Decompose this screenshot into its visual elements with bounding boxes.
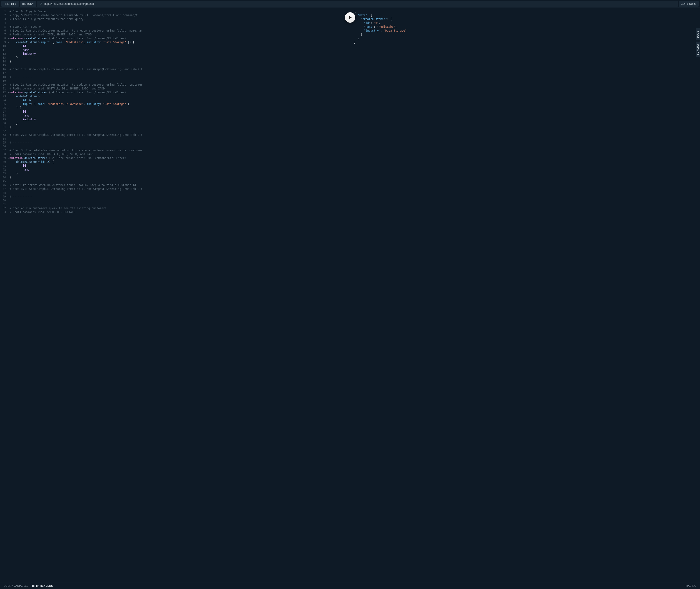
query-line[interactable]: 17 — [0, 71, 350, 75]
code-content[interactable]: # Step 1: Run createCustomer mutation to… — [10, 29, 350, 33]
fold-toggle[interactable]: ▾ — [8, 36, 10, 40]
code-content[interactable]: # Step 3: Run deleteCustomer mutation to… — [10, 149, 350, 152]
code-content[interactable]: id — [10, 164, 350, 168]
code-content[interactable] — [10, 191, 350, 195]
query-line[interactable]: 12 industry — [0, 52, 350, 56]
query-line[interactable]: 34 — [0, 137, 350, 141]
docs-tab[interactable]: DOCS — [696, 28, 700, 40]
query-line[interactable]: 44} — [0, 176, 350, 179]
query-line[interactable]: 11 name — [0, 48, 350, 52]
code-content[interactable]: # Redis commands used: HGETALL, DEL, HMS… — [10, 87, 350, 90]
query-line[interactable]: 30 } — [0, 122, 350, 125]
query-line[interactable]: 8▾mutation createCustomer { # Place curs… — [0, 36, 350, 40]
code-content[interactable]: # Redis commands used: HGETALL, DEL, SRE… — [10, 152, 350, 156]
query-line[interactable]: 6# Step 1: Run createCustomer mutation t… — [0, 29, 350, 33]
execute-button[interactable] — [345, 12, 355, 23]
code-content[interactable]: # Step 4: Run customers query to see the… — [10, 206, 350, 210]
code-content[interactable]: } — [10, 56, 350, 60]
query-line[interactable]: 40 deleteCustomer(id: 2) { — [0, 160, 350, 164]
query-line[interactable]: 49#------------- — [0, 195, 350, 199]
code-content[interactable]: createCustomer(input: { name: "RedisLabs… — [10, 40, 350, 44]
query-line[interactable]: 51 — [0, 203, 350, 206]
query-line[interactable]: 42 name — [0, 168, 350, 172]
code-content[interactable]: } — [10, 172, 350, 176]
code-content[interactable]: name — [10, 168, 350, 172]
code-content[interactable]: input: { name: "RedisLabs is awesome", i… — [10, 102, 350, 106]
query-line[interactable]: 29 industry — [0, 118, 350, 122]
query-line[interactable]: 24 id: 6 — [0, 98, 350, 102]
reload-icon[interactable] — [39, 2, 42, 5]
fold-toggle[interactable]: ▾ — [8, 106, 10, 110]
result-viewer[interactable]: ▾{▾ "data": {▾ "createCustomer": { "id":… — [350, 8, 700, 582]
query-line[interactable]: 10 id — [0, 44, 350, 48]
query-line[interactable]: 13 } — [0, 56, 350, 60]
code-content[interactable]: # Step 1.1: Goto GraphQL-Streaming-Demo:… — [10, 67, 350, 71]
query-line[interactable]: 2# Copy & Paste the whole content (Comma… — [0, 13, 350, 17]
code-content[interactable]: # Copy & Paste the whole content (Comman… — [10, 13, 350, 17]
code-content[interactable]: #------------- — [10, 75, 350, 79]
http-headers-tab[interactable]: HTTP HEADERS — [32, 584, 53, 587]
code-content[interactable]: # there is a bug that executes the same … — [10, 17, 350, 21]
code-content[interactable] — [10, 79, 350, 83]
fold-toggle[interactable]: ▾ — [8, 156, 10, 160]
code-content[interactable] — [10, 145, 350, 149]
query-line[interactable]: 50 — [0, 199, 350, 203]
code-content[interactable]: # Note: It errors when no customer found… — [10, 183, 350, 187]
code-content[interactable]: id — [10, 110, 350, 114]
code-content[interactable]: mutation updateCustomer { # Place cursor… — [10, 90, 350, 94]
query-line[interactable]: 3# there is a bug that executes the same… — [0, 17, 350, 21]
code-content[interactable] — [10, 179, 350, 183]
query-line[interactable]: 15 — [0, 63, 350, 67]
schema-tab[interactable]: SCHEMA — [696, 41, 700, 57]
code-content[interactable]: } — [10, 125, 350, 129]
code-content[interactable]: name — [10, 48, 350, 52]
code-content[interactable]: # Redis commands used: SMEMBERS. HGETALL — [10, 210, 350, 214]
code-content[interactable]: updateCustomer( — [10, 94, 350, 98]
query-line[interactable]: 35#------------- — [0, 141, 350, 145]
query-variables-tab[interactable]: QUERY VARIABLES — [4, 584, 29, 587]
code-content[interactable]: # Step 3.1: Goto GraphQL-Streaming-Demo:… — [10, 187, 350, 191]
code-content[interactable]: industry — [10, 52, 350, 56]
query-line[interactable]: 36 — [0, 145, 350, 149]
query-line[interactable]: 46# Note: It errors when no customer fou… — [0, 183, 350, 187]
code-content[interactable]: # Redis commands used: INCR, HMSET, SADD… — [10, 33, 350, 36]
code-content[interactable]: id: 6 — [10, 98, 350, 102]
query-line[interactable]: 32 — [0, 129, 350, 133]
code-content[interactable] — [10, 199, 350, 203]
code-content[interactable]: industry — [10, 118, 350, 122]
query-line[interactable]: 47# Step 3.1: Goto GraphQL-Streaming-Dem… — [0, 187, 350, 191]
endpoint-input[interactable] — [44, 2, 675, 5]
query-line[interactable]: 9▾ createCustomer(input: { name: "RedisL… — [0, 40, 350, 44]
query-line[interactable]: 21# Redis commands used: HGETALL, DEL, H… — [0, 87, 350, 90]
code-content[interactable]: name — [10, 114, 350, 118]
query-line[interactable]: 23 updateCustomer( — [0, 94, 350, 98]
query-line[interactable]: 27 id — [0, 110, 350, 114]
code-content[interactable]: id — [10, 44, 350, 48]
code-content[interactable]: # Step 0: Copy & Paste — [10, 10, 350, 13]
code-content[interactable]: #------------- — [10, 141, 350, 145]
code-content[interactable]: mutation deleteCustomer { # Place cursor… — [10, 156, 350, 160]
fold-toggle[interactable]: ▾ — [8, 40, 10, 44]
query-line[interactable]: 39▾mutation deleteCustomer { # Place cur… — [0, 156, 350, 160]
code-content[interactable]: } — [10, 122, 350, 125]
code-content[interactable] — [10, 71, 350, 75]
query-line[interactable]: 25 input: { name: "RedisLabs is awesome"… — [0, 102, 350, 106]
query-line[interactable]: 19 — [0, 79, 350, 83]
history-button[interactable]: HISTORY — [20, 1, 36, 7]
query-editor[interactable]: 1# Step 0: Copy & Paste2# Copy & Paste t… — [0, 8, 350, 582]
query-line[interactable]: 1# Step 0: Copy & Paste — [0, 10, 350, 13]
fold-toggle[interactable]: ▾ — [8, 90, 10, 94]
code-content[interactable]: deleteCustomer(id: 2) { — [10, 160, 350, 164]
copy-curl-button[interactable]: COPY CURL — [679, 1, 699, 7]
query-line[interactable]: 45 — [0, 179, 350, 183]
query-line[interactable]: 28 name — [0, 114, 350, 118]
query-line[interactable]: 43 } — [0, 172, 350, 176]
code-content[interactable] — [10, 63, 350, 67]
query-line[interactable]: 4 — [0, 21, 350, 25]
query-line[interactable]: 33# Step 2.1: Goto GraphQL-Streaming-Dem… — [0, 133, 350, 137]
code-content[interactable] — [10, 129, 350, 133]
query-line[interactable]: 53# Redis commands used: SMEMBERS. HGETA… — [0, 210, 350, 214]
code-content[interactable] — [10, 203, 350, 206]
query-line[interactable]: 18#------------- — [0, 75, 350, 79]
prettify-button[interactable]: PRETTIFY — [1, 1, 19, 7]
